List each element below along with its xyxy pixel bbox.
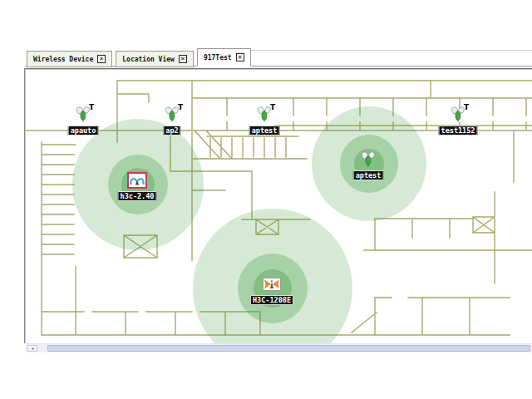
horizontal-scrollbar[interactable]: ◄ xyxy=(25,343,532,352)
tab-location-view[interactable]: Location View ✕ xyxy=(116,51,194,67)
device-label: test1152 xyxy=(439,126,478,135)
tab-label: 917Test xyxy=(204,54,232,62)
device-label: apauto xyxy=(68,126,99,135)
tab-label: Wireless Device xyxy=(33,56,93,63)
device-label: aptest xyxy=(353,170,384,180)
marker-t: T xyxy=(178,103,183,111)
device-label: H3C-1208E xyxy=(250,295,293,305)
device-label: ap2 xyxy=(163,126,180,135)
scrollbar-thumb[interactable] xyxy=(47,345,530,352)
tab-wireless-device[interactable]: Wireless Device ✕ xyxy=(27,51,112,67)
ap-green-icon xyxy=(359,150,377,167)
marker-t: T xyxy=(270,103,275,111)
close-icon[interactable]: ✕ xyxy=(236,53,244,62)
tab-bar: Wireless Device ✕ Location View ✕ 917Tes… xyxy=(27,48,254,66)
scroll-left-icon[interactable]: ◄ xyxy=(27,345,37,352)
marker-t: T xyxy=(464,103,469,111)
ap-boxed-orange-icon xyxy=(263,278,281,291)
device-label: h3c-2.40 xyxy=(118,191,157,201)
close-icon[interactable]: ✕ xyxy=(97,55,106,63)
tab-label: Location View xyxy=(122,56,175,63)
tabstrip-top-line xyxy=(239,50,532,51)
tab-917test[interactable]: 917Test ✕ xyxy=(197,48,251,66)
ap-boxed-blue-icon xyxy=(127,172,147,189)
marker-t: T xyxy=(89,103,94,111)
app-window: Wireless Device ✕ Location View ✕ 917Tes… xyxy=(0,0,532,399)
close-icon[interactable]: ✕ xyxy=(179,55,187,63)
coverage-layer xyxy=(72,106,426,343)
location-map[interactable]: TapautoTap2TaptestTtest1152h3c-2.40aptes… xyxy=(24,68,532,343)
device-label: aptest xyxy=(249,126,280,135)
